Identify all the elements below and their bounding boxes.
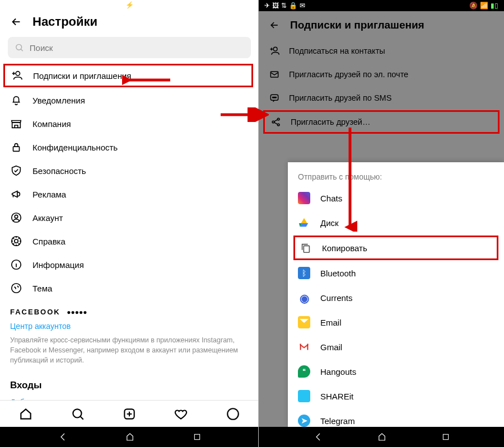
lock-icon (10, 141, 22, 153)
annotation-arrow-2 (218, 107, 269, 122)
instagram-icon (298, 192, 310, 204)
settings-item-label: Безопасность (32, 167, 86, 175)
accounts-center-desc: Управляйте кросс-сервисными функциями в … (0, 334, 259, 371)
share-item-hangouts[interactable]: ❝ Hangouts (288, 359, 504, 384)
heart-icon[interactable] (174, 407, 188, 421)
invite-item-other[interactable]: Пригласить друзей… (263, 110, 500, 134)
share-item-label: Currents (320, 293, 353, 303)
search-icon (15, 43, 24, 53)
create-icon[interactable] (122, 407, 137, 421)
share-item-shareit[interactable]: SHAREit (288, 384, 504, 408)
hangouts-icon: ❝ (298, 365, 310, 378)
nav-back-icon[interactable] (58, 432, 68, 442)
phone-left: ⚡ Настройки Подписки и приглашения Уведо… (0, 0, 259, 447)
share-item-drive[interactable]: Диск (288, 210, 504, 235)
svg-point-9 (73, 409, 81, 417)
info-icon (10, 258, 22, 271)
invite-item-follow-contacts[interactable]: Подписаться на контакты (259, 39, 504, 63)
add-account-link[interactable]: Добавить аккаунт (0, 396, 259, 400)
share-item-chats[interactable]: Chats (288, 186, 504, 210)
svg-point-4 (15, 215, 18, 218)
svg-point-11 (227, 408, 239, 420)
share-item-bluetooth[interactable]: ᛒ Bluetooth (288, 261, 504, 285)
settings-item-label: Аккаунт (32, 214, 63, 222)
nav-home-icon[interactable] (125, 432, 135, 442)
share-sheet-title: Отправить с помощью: (288, 162, 504, 186)
nav-recent-icon[interactable] (441, 432, 450, 441)
shareit-icon (298, 390, 310, 402)
invite-item-label: Пригласить друзей… (291, 117, 370, 126)
settings-item-about[interactable]: Информация (0, 253, 259, 276)
share-item-copy[interactable]: Копировать (293, 236, 498, 260)
currents-icon: ◉ (298, 291, 310, 304)
search-input[interactable] (8, 37, 251, 58)
status-bar: ⚡ (0, 0, 259, 8)
share-item-label: SHAREit (320, 392, 353, 401)
settings-item-privacy[interactable]: Конфиденциальность (0, 135, 259, 159)
back-icon[interactable] (269, 20, 280, 31)
accounts-center-link[interactable]: Центр аккаунтов (0, 319, 259, 334)
settings-item-label: Тема (32, 284, 52, 293)
add-person-icon (269, 45, 280, 57)
copy-icon (300, 242, 312, 254)
invite-header: Подписки и приглашения (259, 11, 504, 39)
theme-icon (10, 282, 22, 294)
gmail-icon (298, 341, 310, 353)
telegram-icon: ➤ (298, 415, 310, 427)
profile-ring-icon[interactable] (226, 407, 240, 421)
dimmed-background: Подписки и приглашения Подписаться на ко… (259, 11, 504, 427)
facebook-label: FACEBOOK (10, 308, 60, 316)
drive-icon (298, 217, 310, 229)
svg-point-16 (273, 97, 274, 98)
svg-point-20 (277, 118, 279, 120)
share-icon (270, 116, 282, 128)
share-item-telegram[interactable]: ➤ Telegram (288, 408, 504, 433)
share-item-label: Hangouts (320, 367, 356, 377)
settings-item-account[interactable]: Аккаунт (0, 206, 259, 229)
status-bar: ✈🖼⇅🔒✉ 🔕📶▮▯ (259, 0, 504, 11)
share-item-currents[interactable]: ◉ Currents (288, 285, 504, 310)
share-item-label: Bluetooth (320, 269, 356, 278)
settings-item-label: Компания (32, 120, 71, 128)
settings-item-security[interactable]: Безопасность (0, 159, 259, 182)
invite-item-label: Пригласить друзей по SMS (289, 93, 391, 102)
bluetooth-icon: ᛒ (298, 267, 310, 279)
app-tabbar (0, 400, 259, 427)
share-item-email[interactable]: Email (288, 310, 504, 335)
svg-point-19 (272, 121, 274, 123)
status-right-icons: 🔕📶▮▯ (468, 2, 500, 10)
svg-point-17 (274, 97, 275, 98)
invite-item-sms[interactable]: Пригласить друзей по SMS (259, 86, 504, 110)
facebook-apps-icons: ●●●●● (67, 308, 87, 316)
sms-icon (269, 92, 280, 103)
share-item-label: Chats (320, 194, 342, 203)
add-person-icon (11, 69, 23, 82)
person-circle-icon (10, 211, 22, 224)
svg-rect-23 (443, 434, 448, 439)
settings-header: Настройки (0, 8, 259, 37)
nav-back-icon[interactable] (313, 432, 323, 442)
svg-point-18 (276, 97, 277, 98)
settings-item-help[interactable]: Справка (0, 229, 259, 253)
search-field[interactable] (30, 43, 244, 53)
settings-item-ads[interactable]: Реклама (0, 182, 259, 206)
nav-home-icon[interactable] (377, 432, 387, 442)
invite-item-label: Подписаться на контакты (289, 46, 385, 55)
phone-right: ✈🖼⇅🔒✉ 🔕📶▮▯ Подписки и приглашения Подпис… (259, 0, 504, 447)
settings-item-theme[interactable]: Тема (0, 276, 259, 300)
page-title: Настройки (32, 15, 97, 29)
svg-point-8 (12, 284, 21, 293)
settings-item-label: Информация (32, 261, 84, 269)
invite-item-email[interactable]: Пригласить друзей по эл. почте (259, 63, 504, 86)
svg-point-1 (16, 72, 20, 76)
nav-recent-icon[interactable] (193, 432, 202, 441)
back-icon[interactable] (10, 16, 22, 28)
home-icon[interactable] (18, 407, 33, 421)
settings-item-label: Уведомления (32, 96, 85, 105)
share-item-label: Gmail (320, 342, 342, 352)
share-item-gmail[interactable]: Gmail (288, 335, 504, 359)
megaphone-icon (10, 188, 22, 200)
search-tab-icon[interactable] (71, 407, 85, 421)
email-icon (298, 316, 310, 328)
annotation-arrow-1 (122, 73, 172, 87)
